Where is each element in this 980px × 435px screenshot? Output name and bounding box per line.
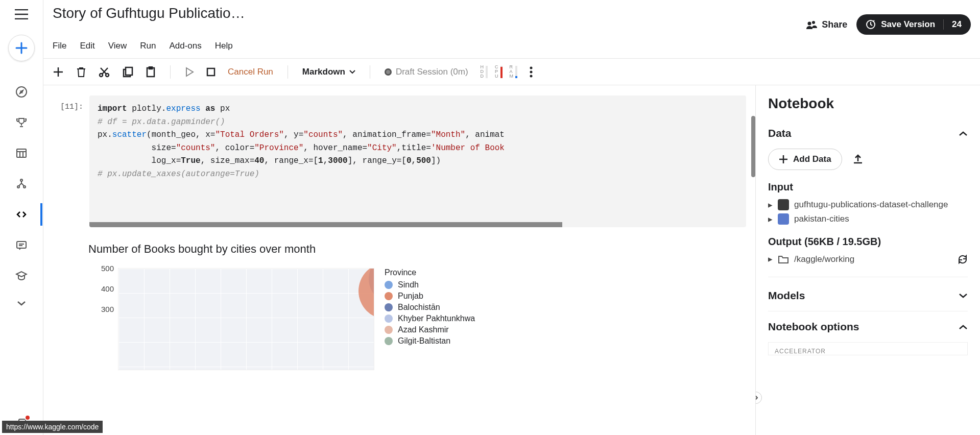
main-area: Story of Gufhtugu Publicatio… Share Save…: [43, 0, 980, 435]
legend-title: Province: [385, 268, 475, 277]
create-button[interactable]: [8, 35, 35, 61]
notebook-scrollbar[interactable]: [751, 116, 755, 177]
status-bar-link: https://www.kaggle.com/code: [2, 421, 103, 433]
collapse-right-panel-icon[interactable]: [755, 392, 762, 404]
hamburger-menu-icon[interactable]: [15, 9, 28, 19]
chart-legend: Province SindhPunjabBalochistānKhyber Pa…: [385, 268, 475, 370]
notebook-title[interactable]: Story of Gufhtugu Publicatio…: [53, 5, 245, 21]
chevron-up-icon: [959, 131, 968, 136]
cell-prompt: [11]:: [53, 95, 83, 227]
data-section-header[interactable]: Data: [768, 127, 968, 139]
chart-title: Number of Books bought by cities over mo…: [88, 243, 746, 256]
svg-point-17: [530, 66, 533, 69]
session-status-dot: [385, 68, 392, 76]
menu-view[interactable]: View: [108, 41, 127, 51]
left-sidebar: [0, 0, 43, 435]
nav-trophy-icon[interactable]: [15, 116, 28, 129]
svg-rect-13: [126, 67, 132, 75]
nav-models-icon[interactable]: [15, 178, 28, 190]
cut-icon[interactable]: [99, 66, 110, 78]
run-icon[interactable]: [185, 67, 194, 77]
chart-plot-area[interactable]: 300400500: [88, 268, 374, 370]
svg-point-8: [808, 22, 811, 26]
share-button[interactable]: Share: [806, 19, 847, 30]
toolbar-more-icon[interactable]: [530, 66, 533, 78]
notebook-body[interactable]: [11]: import plotly.express as px# df = …: [43, 85, 755, 435]
code-editor[interactable]: import plotly.express as px# df = px.dat…: [89, 95, 746, 227]
notification-badge: [25, 415, 31, 421]
caret-icon: ▸: [768, 254, 773, 264]
svg-point-18: [530, 70, 533, 73]
nav-table-icon[interactable]: [15, 147, 28, 159]
menu-bar: File Edit View Run Add-ons Help: [53, 35, 971, 58]
svg-point-9: [812, 21, 815, 24]
menu-help[interactable]: Help: [215, 41, 233, 51]
cancel-run-button[interactable]: Cancel Run: [228, 67, 273, 77]
chevron-down-icon: [959, 293, 968, 299]
cell-type-selector[interactable]: Markdown: [302, 67, 355, 77]
session-status[interactable]: Draft Session (0m): [385, 67, 468, 77]
menu-run[interactable]: Run: [140, 41, 156, 51]
output-folder-row[interactable]: ▸ /kaggle/working: [768, 254, 968, 264]
nav-compass-icon[interactable]: [15, 86, 28, 98]
nav-code-icon[interactable]: [15, 208, 28, 221]
svg-point-19: [530, 75, 533, 77]
svg-point-4: [23, 186, 26, 188]
right-panel: Notebook Data Add Data Input ▸gufhtugu-p…: [755, 85, 980, 435]
chart-output: Number of Books bought by cities over mo…: [88, 243, 746, 370]
legend-item[interactable]: Sindh: [385, 280, 475, 289]
svg-point-2: [20, 179, 22, 181]
resource-meters: HDDCPURAM: [481, 65, 518, 79]
copy-icon[interactable]: [122, 66, 133, 78]
paste-icon[interactable]: [146, 66, 156, 78]
delete-cell-icon[interactable]: [76, 66, 86, 78]
output-header: Output (56KB / 19.5GB): [768, 236, 968, 248]
svg-point-3: [17, 186, 19, 188]
upload-icon[interactable]: [852, 154, 864, 165]
svg-rect-16: [207, 68, 214, 76]
options-section-header[interactable]: Notebook options: [768, 321, 968, 333]
nav-expand-icon[interactable]: [16, 300, 27, 306]
legend-item[interactable]: Punjab: [385, 292, 475, 301]
menu-file[interactable]: File: [53, 41, 66, 51]
input-header: Input: [768, 181, 968, 193]
legend-item[interactable]: Azad Kashmir: [385, 325, 475, 334]
accelerator-label: ACCELERATOR: [768, 342, 968, 355]
chevron-up-icon: [959, 324, 968, 330]
models-section-header[interactable]: Models: [768, 289, 968, 302]
stop-icon[interactable]: [206, 67, 216, 77]
nav-discussions-icon[interactable]: [15, 239, 28, 251]
header: Story of Gufhtugu Publicatio… Share Save…: [43, 0, 980, 59]
input-dataset-row[interactable]: ▸pakistan-cities: [768, 213, 968, 225]
legend-item[interactable]: Gilgit-Baltistan: [385, 336, 475, 346]
code-horizontal-scrollbar[interactable]: [89, 222, 562, 227]
toolbar: Cancel Run Markdown Draft Session (0m) H…: [43, 59, 980, 85]
svg-rect-5: [17, 241, 26, 248]
input-dataset-row[interactable]: ▸gufhtugu-publications-dataset-challenge: [768, 199, 968, 210]
add-cell-icon[interactable]: [53, 66, 64, 78]
folder-icon: [778, 255, 789, 264]
menu-edit[interactable]: Edit: [80, 41, 94, 51]
legend-item[interactable]: Khyber Pakhtunkhwa: [385, 314, 475, 323]
code-cell[interactable]: [11]: import plotly.express as px# df = …: [53, 95, 746, 227]
panel-title: Notebook: [768, 95, 968, 112]
svg-rect-1: [17, 149, 26, 157]
save-version-button[interactable]: Save Version 24: [856, 14, 971, 35]
sync-icon[interactable]: [958, 254, 968, 264]
legend-item[interactable]: Balochistān: [385, 303, 475, 312]
menu-addons[interactable]: Add-ons: [169, 41, 201, 51]
add-data-button[interactable]: Add Data: [768, 149, 842, 170]
nav-learn-icon[interactable]: [15, 270, 28, 282]
